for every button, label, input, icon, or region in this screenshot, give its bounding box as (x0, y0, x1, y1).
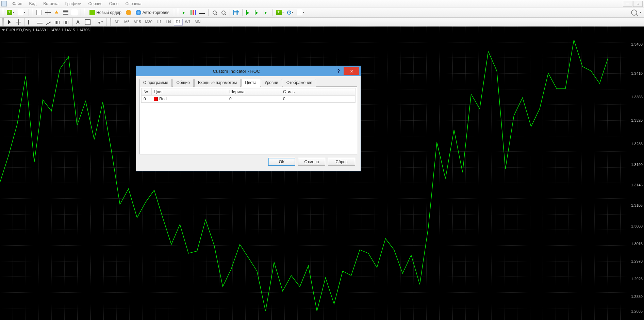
cancel-button[interactable]: Отмена (298, 158, 325, 166)
tab-levels[interactable]: Уровни (261, 79, 282, 87)
tab-visualization[interactable]: Отображение (283, 79, 316, 87)
auto-trading-button[interactable]: Авто-торговля (133, 9, 172, 17)
fibonacci-tool[interactable] (62, 18, 70, 26)
shift-end-button[interactable] (245, 9, 253, 17)
zoom-in-button[interactable] (211, 9, 219, 17)
menu-window[interactable]: Окно (106, 1, 122, 7)
templates-button[interactable]: ▾ (295, 9, 306, 17)
dialog-tabs: О программе Общие Входные параметры Цвет… (139, 79, 357, 87)
arrows-tool[interactable]: ▾ (96, 18, 104, 26)
dialog-help-button[interactable]: ? (333, 68, 344, 74)
tab-common[interactable]: Общие (172, 79, 193, 87)
ok-button[interactable]: ОК (268, 158, 295, 166)
color-swatch-icon (154, 97, 158, 101)
tf-h4[interactable]: H4 (164, 19, 173, 26)
reset-button[interactable]: Сброс (328, 158, 355, 166)
window-restore-button[interactable]: □ (633, 1, 643, 7)
toolbar-grip (32, 9, 33, 16)
menu-help[interactable]: Справка (122, 1, 145, 7)
tf-m15[interactable]: M15 (132, 19, 143, 26)
text-label-tool[interactable] (84, 18, 92, 26)
terminal-button[interactable] (70, 9, 79, 17)
main-toolbar: ▾ ▾ ★ Новый ордер Авто-торговля ▾ ▾ ▾ ▾ (0, 7, 644, 18)
bar-chart-button[interactable] (180, 9, 188, 17)
favorites-button[interactable]: ★ (53, 9, 61, 17)
drawing-toolbar: A ▾ M1 M5 M15 M30 H1 H4 D1 W1 MN (0, 18, 644, 27)
horizontal-line-tool[interactable] (36, 18, 44, 26)
crosshair-button[interactable] (44, 9, 52, 17)
dialog-titlebar[interactable]: Custom Indicator - ROC ? ✕ (136, 66, 361, 76)
new-order-button[interactable]: Новый ордер (87, 9, 124, 17)
tf-w1[interactable]: W1 (183, 19, 193, 26)
dialog-close-button[interactable]: ✕ (344, 67, 359, 75)
window-minimize-button[interactable]: — (623, 1, 632, 7)
cursor-tool[interactable] (5, 18, 14, 26)
tf-h1[interactable]: H1 (155, 19, 164, 26)
tf-m5[interactable]: M5 (122, 19, 131, 26)
toolbar-grip (2, 9, 4, 16)
toolbar-grip (177, 9, 179, 16)
menu-view[interactable]: Вид (26, 1, 40, 7)
search-icon (631, 10, 637, 16)
menu-charts[interactable]: Графики (62, 1, 85, 7)
zoom-out-button[interactable] (219, 9, 228, 17)
auto-scroll-button[interactable] (253, 9, 262, 17)
menu-file[interactable]: Файл (9, 1, 26, 7)
toolbar-grip (2, 18, 4, 26)
tf-m1[interactable]: M1 (113, 19, 122, 26)
indicators-button[interactable]: ▾ (275, 9, 285, 17)
tab-inputs[interactable]: Входные параметры (194, 79, 241, 87)
indicator-properties-dialog: Custom Indicator - ROC ? ✕ О программе О… (136, 66, 361, 171)
new-chart-button[interactable]: ▾ (5, 9, 16, 17)
market-watch-button[interactable] (35, 9, 43, 17)
profiles-button[interactable]: ▾ (16, 9, 27, 17)
toolbar-grip (110, 18, 111, 26)
toolbar-grip (84, 9, 85, 16)
equidistant-channel-tool[interactable] (53, 18, 62, 26)
metaquotes-button[interactable] (125, 9, 133, 17)
line-chart-button[interactable] (198, 9, 206, 17)
tf-d1[interactable]: D1 (174, 19, 183, 26)
trendline-tool[interactable] (45, 18, 53, 26)
menubar: Файл Вид Вставка Графики Сервис Окно Спр… (0, 0, 644, 7)
chart-shift-button[interactable] (262, 9, 270, 17)
color-row-0[interactable]: 0 Red 0. 0. (141, 96, 356, 103)
crosshair-tool[interactable] (14, 18, 22, 26)
search-button[interactable]: ▾ (630, 9, 643, 17)
vertical-line-tool[interactable] (27, 18, 35, 26)
text-tool[interactable]: A (75, 18, 83, 26)
tile-windows-button[interactable] (232, 9, 240, 17)
dialog-title: Custom Indicator - ROC (139, 69, 333, 74)
data-window-button[interactable] (62, 9, 70, 17)
menu-insert[interactable]: Вставка (40, 1, 62, 7)
menu-service[interactable]: Сервис (85, 1, 106, 7)
tf-mn[interactable]: MN (193, 19, 202, 26)
price-axis: 1.34501.34101.33651.33201.32351.31901.31… (627, 27, 644, 320)
tab-colors[interactable]: Цвета (241, 79, 260, 87)
app-icon (1, 1, 7, 6)
colors-grid-header: № Цвет Ширина Стиль (141, 88, 356, 96)
candle-chart-button[interactable] (189, 9, 197, 17)
colors-panel: № Цвет Ширина Стиль 0 Red 0. 0. (139, 86, 357, 154)
tab-about[interactable]: О программе (139, 79, 172, 87)
tf-m30[interactable]: M30 (143, 19, 154, 26)
periodicity-button[interactable]: ▾ (286, 9, 295, 17)
